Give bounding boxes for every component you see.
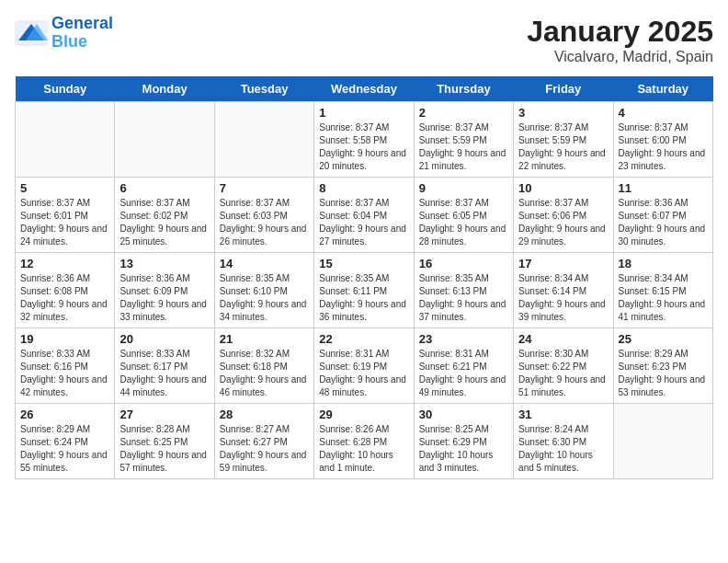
day-detail: Sunrise: 8:37 AM Sunset: 6:05 PM Dayligh… xyxy=(419,197,508,248)
calendar-table: SundayMondayTuesdayWednesdayThursdayFrid… xyxy=(15,76,713,479)
day-detail: Sunrise: 8:37 AM Sunset: 5:59 PM Dayligh… xyxy=(518,121,608,173)
day-number: 13 xyxy=(119,257,209,270)
calendar-cell: 13Sunrise: 8:36 AM Sunset: 6:09 PM Dayli… xyxy=(115,253,214,328)
day-number: 16 xyxy=(419,257,508,270)
page-header: General Blue January 2025 Vicalvaro, Mad… xyxy=(15,15,713,65)
day-detail: Sunrise: 8:24 AM Sunset: 6:30 PM Dayligh… xyxy=(518,423,608,475)
month-title: January 2025 xyxy=(527,15,713,49)
calendar-header: SundayMondayTuesdayWednesdayThursdayFrid… xyxy=(16,76,713,102)
day-detail: Sunrise: 8:34 AM Sunset: 6:14 PM Dayligh… xyxy=(518,272,608,324)
calendar-cell: 21Sunrise: 8:32 AM Sunset: 6:18 PM Dayli… xyxy=(214,328,313,404)
calendar-week: 19Sunrise: 8:33 AM Sunset: 6:16 PM Dayli… xyxy=(16,328,713,404)
day-detail: Sunrise: 8:33 AM Sunset: 6:16 PM Dayligh… xyxy=(20,348,109,399)
logo-line2: Blue xyxy=(51,32,87,51)
calendar-cell: 5Sunrise: 8:37 AM Sunset: 6:01 PM Daylig… xyxy=(16,178,115,253)
logo-text: General Blue xyxy=(51,15,113,52)
calendar-cell: 6Sunrise: 8:37 AM Sunset: 6:02 PM Daylig… xyxy=(115,178,214,253)
day-detail: Sunrise: 8:36 AM Sunset: 6:08 PM Dayligh… xyxy=(20,272,109,324)
day-number: 22 xyxy=(319,332,408,346)
day-number: 25 xyxy=(619,332,708,346)
day-detail: Sunrise: 8:37 AM Sunset: 5:59 PM Dayligh… xyxy=(419,121,508,173)
calendar-cell: 4Sunrise: 8:37 AM Sunset: 6:00 PM Daylig… xyxy=(613,102,712,178)
calendar-cell: 3Sunrise: 8:37 AM Sunset: 5:59 PM Daylig… xyxy=(514,102,613,178)
calendar-cell xyxy=(16,102,115,178)
day-detail: Sunrise: 8:37 AM Sunset: 6:00 PM Dayligh… xyxy=(619,121,708,173)
calendar-cell: 30Sunrise: 8:25 AM Sunset: 6:29 PM Dayli… xyxy=(414,404,513,479)
title-block: January 2025 Vicalvaro, Madrid, Spain xyxy=(527,15,713,65)
logo-icon xyxy=(15,20,48,46)
logo: General Blue xyxy=(15,15,113,52)
weekday-header: Tuesday xyxy=(214,76,313,102)
day-number: 4 xyxy=(619,106,708,120)
calendar-cell: 2Sunrise: 8:37 AM Sunset: 5:59 PM Daylig… xyxy=(414,102,513,178)
calendar-cell: 11Sunrise: 8:36 AM Sunset: 6:07 PM Dayli… xyxy=(613,178,712,253)
calendar-week: 5Sunrise: 8:37 AM Sunset: 6:01 PM Daylig… xyxy=(16,178,713,253)
weekday-header: Saturday xyxy=(613,76,712,102)
day-number: 26 xyxy=(20,408,109,421)
day-detail: Sunrise: 8:36 AM Sunset: 6:09 PM Dayligh… xyxy=(119,272,209,324)
weekday-header: Monday xyxy=(115,76,214,102)
calendar-week: 1Sunrise: 8:37 AM Sunset: 5:58 PM Daylig… xyxy=(16,102,713,178)
day-detail: Sunrise: 8:25 AM Sunset: 6:29 PM Dayligh… xyxy=(419,423,508,475)
day-number: 10 xyxy=(518,181,608,195)
day-number: 8 xyxy=(319,181,408,195)
calendar-cell xyxy=(613,404,712,479)
calendar-cell: 12Sunrise: 8:36 AM Sunset: 6:08 PM Dayli… xyxy=(16,253,115,328)
day-number: 9 xyxy=(419,181,508,195)
day-detail: Sunrise: 8:26 AM Sunset: 6:28 PM Dayligh… xyxy=(319,423,408,475)
day-number: 18 xyxy=(619,257,708,270)
day-detail: Sunrise: 8:37 AM Sunset: 6:04 PM Dayligh… xyxy=(319,197,408,248)
logo-line1: General xyxy=(51,14,113,32)
calendar-cell: 26Sunrise: 8:29 AM Sunset: 6:24 PM Dayli… xyxy=(16,404,115,479)
day-number: 15 xyxy=(319,257,408,270)
day-detail: Sunrise: 8:35 AM Sunset: 6:11 PM Dayligh… xyxy=(319,272,408,324)
day-number: 30 xyxy=(419,408,508,421)
day-detail: Sunrise: 8:35 AM Sunset: 6:13 PM Dayligh… xyxy=(419,272,508,324)
calendar-cell: 22Sunrise: 8:31 AM Sunset: 6:19 PM Dayli… xyxy=(314,328,414,404)
day-number: 14 xyxy=(220,257,309,270)
day-number: 29 xyxy=(319,408,408,421)
day-number: 24 xyxy=(518,332,608,346)
day-detail: Sunrise: 8:35 AM Sunset: 6:10 PM Dayligh… xyxy=(220,272,309,324)
day-detail: Sunrise: 8:29 AM Sunset: 6:24 PM Dayligh… xyxy=(20,423,109,475)
day-number: 6 xyxy=(119,181,209,195)
day-detail: Sunrise: 8:30 AM Sunset: 6:22 PM Dayligh… xyxy=(518,348,608,399)
calendar-cell: 16Sunrise: 8:35 AM Sunset: 6:13 PM Dayli… xyxy=(414,253,513,328)
calendar-cell: 31Sunrise: 8:24 AM Sunset: 6:30 PM Dayli… xyxy=(514,404,613,479)
day-number: 20 xyxy=(119,332,209,346)
calendar-cell: 18Sunrise: 8:34 AM Sunset: 6:15 PM Dayli… xyxy=(613,253,712,328)
day-number: 27 xyxy=(119,408,209,421)
day-detail: Sunrise: 8:27 AM Sunset: 6:27 PM Dayligh… xyxy=(220,423,309,475)
day-number: 5 xyxy=(20,181,109,195)
day-detail: Sunrise: 8:37 AM Sunset: 6:03 PM Dayligh… xyxy=(220,197,309,248)
calendar-cell: 14Sunrise: 8:35 AM Sunset: 6:10 PM Dayli… xyxy=(214,253,313,328)
day-detail: Sunrise: 8:33 AM Sunset: 6:17 PM Dayligh… xyxy=(119,348,209,399)
calendar-cell: 1Sunrise: 8:37 AM Sunset: 5:58 PM Daylig… xyxy=(314,102,414,178)
calendar-cell: 7Sunrise: 8:37 AM Sunset: 6:03 PM Daylig… xyxy=(214,178,313,253)
day-detail: Sunrise: 8:37 AM Sunset: 6:06 PM Dayligh… xyxy=(518,197,608,248)
calendar-cell: 9Sunrise: 8:37 AM Sunset: 6:05 PM Daylig… xyxy=(414,178,513,253)
calendar-cell xyxy=(214,102,313,178)
day-detail: Sunrise: 8:28 AM Sunset: 6:25 PM Dayligh… xyxy=(119,423,209,475)
day-number: 1 xyxy=(319,106,408,120)
calendar-week: 26Sunrise: 8:29 AM Sunset: 6:24 PM Dayli… xyxy=(16,404,713,479)
day-detail: Sunrise: 8:37 AM Sunset: 5:58 PM Dayligh… xyxy=(319,121,408,173)
day-detail: Sunrise: 8:31 AM Sunset: 6:19 PM Dayligh… xyxy=(319,348,408,399)
day-number: 21 xyxy=(220,332,309,346)
day-number: 12 xyxy=(20,257,109,270)
day-detail: Sunrise: 8:29 AM Sunset: 6:23 PM Dayligh… xyxy=(619,348,708,399)
day-number: 3 xyxy=(518,106,608,120)
weekday-header: Thursday xyxy=(414,76,513,102)
day-number: 28 xyxy=(220,408,309,421)
day-detail: Sunrise: 8:37 AM Sunset: 6:02 PM Dayligh… xyxy=(119,197,209,248)
day-number: 23 xyxy=(419,332,508,346)
calendar-cell: 20Sunrise: 8:33 AM Sunset: 6:17 PM Dayli… xyxy=(115,328,214,404)
calendar-cell: 23Sunrise: 8:31 AM Sunset: 6:21 PM Dayli… xyxy=(414,328,513,404)
calendar-cell: 8Sunrise: 8:37 AM Sunset: 6:04 PM Daylig… xyxy=(314,178,414,253)
day-detail: Sunrise: 8:36 AM Sunset: 6:07 PM Dayligh… xyxy=(619,197,708,248)
calendar-cell: 19Sunrise: 8:33 AM Sunset: 6:16 PM Dayli… xyxy=(16,328,115,404)
calendar-cell: 15Sunrise: 8:35 AM Sunset: 6:11 PM Dayli… xyxy=(314,253,414,328)
calendar-cell: 24Sunrise: 8:30 AM Sunset: 6:22 PM Dayli… xyxy=(514,328,613,404)
calendar-cell xyxy=(115,102,214,178)
calendar-cell: 29Sunrise: 8:26 AM Sunset: 6:28 PM Dayli… xyxy=(314,404,414,479)
